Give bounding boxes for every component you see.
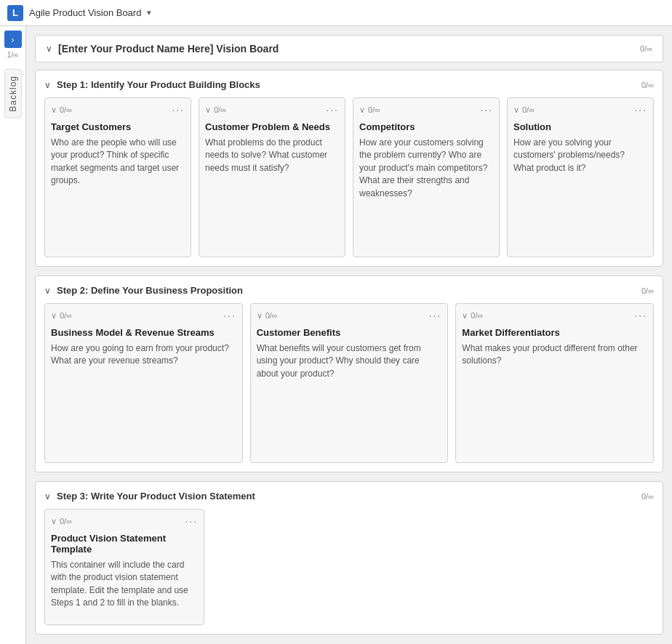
card-market-differentiators-description: What makes your product different from o… (462, 342, 647, 368)
card-competitors: ∨ 0/∞ ··· Competitors How are your custo… (353, 97, 500, 257)
card-customer-problem-header: ∨ 0/∞ ··· (205, 104, 339, 116)
card-product-vision-statement-count: 0/∞ (60, 517, 72, 526)
section2-title: Step 2: Define Your Business Proposition (57, 285, 636, 296)
card-customer-benefits-collapse[interactable]: ∨ (257, 311, 263, 321)
card-market-differentiators-header-left: ∨ 0/∞ (462, 311, 483, 321)
card-customer-benefits-menu-icon[interactable]: ··· (429, 310, 442, 321)
card-customer-benefits: ∨ 0/∞ ··· Customer Benefits What benefit… (250, 303, 449, 463)
section3-cards-grid: ∨ 0/∞ ··· Product Vision Statement Templ… (44, 509, 204, 625)
section2-header: ∨ Step 2: Define Your Business Propositi… (44, 285, 654, 296)
card-competitors-count: 0/∞ (368, 105, 380, 114)
section2-cards-grid: ∨ 0/∞ ··· Business Model & Revenue Strea… (44, 303, 654, 463)
card-business-model-menu-icon[interactable]: ··· (223, 310, 236, 321)
section1-count: 0/∞ (641, 81, 654, 89)
section3-collapse-button[interactable]: ∨ (44, 491, 51, 502)
card-customer-benefits-title: Customer Benefits (257, 327, 442, 338)
card-customer-benefits-description: What benefits will your customers get fr… (257, 342, 442, 380)
card-competitors-header: ∨ 0/∞ ··· (359, 104, 493, 116)
section-step3: ∨ Step 3: Write Your Product Vision Stat… (35, 481, 663, 635)
card-business-model: ∨ 0/∞ ··· Business Model & Revenue Strea… (44, 303, 243, 463)
card-target-customers-header: ∨ 0/∞ ··· (51, 104, 185, 116)
card-solution-count: 0/∞ (522, 105, 535, 114)
backlog-label[interactable]: Backlog (4, 69, 22, 118)
card-target-customers-menu-icon[interactable]: ··· (172, 104, 185, 116)
card-customer-problem-title: Customer Problem & Needs (205, 121, 339, 132)
card-target-customers-description: Who are the people who will use your pro… (51, 137, 185, 188)
card-competitors-title: Competitors (359, 121, 493, 132)
app-title: Agile Product Vision Board (29, 7, 141, 18)
section2-collapse-button[interactable]: ∨ (44, 286, 51, 296)
card-product-vision-statement-header-left: ∨ 0/∞ (51, 517, 72, 526)
card-product-vision-statement-header: ∨ 0/∞ ··· (51, 515, 198, 527)
card-business-model-count: 0/∞ (60, 311, 72, 320)
card-competitors-collapse[interactable]: ∨ (359, 105, 365, 115)
card-target-customers-header-left: ∨ 0/∞ (51, 105, 72, 115)
card-solution-title: Solution (513, 121, 647, 132)
section-step2: ∨ Step 2: Define Your Business Propositi… (35, 275, 663, 472)
card-product-vision-statement-menu-icon[interactable]: ··· (185, 515, 198, 527)
top-bar: L Agile Product Vision Board ▾ (0, 0, 672, 26)
card-competitors-header-left: ∨ 0/∞ (359, 105, 380, 115)
section-step1: ∨ Step 1: Identify Your Product Building… (35, 70, 663, 267)
card-market-differentiators-collapse[interactable]: ∨ (462, 311, 468, 321)
section3-title: Step 3: Write Your Product Vision Statem… (57, 491, 636, 502)
card-target-customers: ∨ 0/∞ ··· Target Customers Who are the p… (44, 97, 191, 257)
card-customer-problem-menu-icon[interactable]: ··· (326, 104, 339, 116)
card-target-customers-title: Target Customers (51, 121, 185, 132)
card-market-differentiators-header: ∨ 0/∞ ··· (462, 310, 647, 321)
card-customer-problem-count: 0/∞ (214, 105, 226, 114)
card-customer-problem-header-left: ∨ 0/∞ (205, 105, 226, 115)
section1-cards-grid: ∨ 0/∞ ··· Target Customers Who are the p… (44, 97, 654, 257)
card-market-differentiators-menu-icon[interactable]: ··· (634, 310, 647, 321)
section3-count: 0/∞ (641, 492, 654, 501)
card-customer-problem: ∨ 0/∞ ··· Customer Problem & Needs What … (199, 97, 345, 257)
card-solution-collapse[interactable]: ∨ (513, 105, 519, 115)
card-business-model-collapse[interactable]: ∨ (51, 311, 57, 321)
card-solution-description: How are you solving your customers' prob… (513, 137, 647, 174)
card-product-vision-statement: ∨ 0/∞ ··· Product Vision Statement Templ… (44, 509, 204, 625)
section1-title: Step 1: Identify Your Product Building B… (57, 79, 636, 90)
section1-header: ∨ Step 1: Identify Your Product Building… (44, 79, 654, 90)
card-business-model-header: ∨ 0/∞ ··· (51, 310, 236, 321)
section2-count: 0/∞ (641, 286, 654, 295)
card-solution-header-left: ∨ 0/∞ (513, 105, 535, 115)
left-panel: › 1/∞ Backlog (0, 26, 26, 644)
main-content: ∨ [Enter Your Product Name Here] Vision … (26, 26, 672, 644)
card-business-model-header-left: ∨ 0/∞ (51, 311, 72, 321)
board-title: [Enter Your Product Name Here] Vision Bo… (58, 43, 634, 55)
card-competitors-description: How are your customers solving the probl… (359, 137, 493, 200)
card-solution-menu-icon[interactable]: ··· (634, 104, 647, 116)
card-customer-benefits-header-left: ∨ 0/∞ (257, 311, 278, 321)
section1-collapse-button[interactable]: ∨ (44, 80, 51, 90)
section3-header: ∨ Step 3: Write Your Product Vision Stat… (44, 491, 654, 502)
card-customer-problem-description: What problems do the product needs to so… (205, 137, 339, 174)
title-caret-icon[interactable]: ▾ (147, 8, 151, 17)
card-solution-header: ∨ 0/∞ ··· (513, 104, 647, 116)
card-customer-benefits-count: 0/∞ (265, 311, 278, 320)
card-customer-benefits-header: ∨ 0/∞ ··· (257, 310, 442, 321)
card-customer-problem-collapse[interactable]: ∨ (205, 105, 211, 115)
board-header: ∨ [Enter Your Product Name Here] Vision … (35, 35, 663, 63)
card-target-customers-collapse[interactable]: ∨ (51, 105, 57, 115)
card-market-differentiators-title: Market Differentiators (462, 327, 647, 338)
board-collapse-button[interactable]: ∨ (46, 44, 52, 54)
card-solution: ∨ 0/∞ ··· Solution How are you solving y… (507, 97, 654, 257)
card-business-model-description: How are you going to earn from your prod… (51, 342, 236, 368)
app-icon: L (7, 5, 23, 21)
card-competitors-menu-icon[interactable]: ··· (480, 104, 493, 116)
card-market-differentiators: ∨ 0/∞ ··· Market Differentiators What ma… (455, 303, 654, 463)
expand-arrow-button[interactable]: › (4, 31, 22, 48)
layout: › 1/∞ Backlog ∨ [Enter Your Product Name… (0, 26, 672, 644)
panel-counter: 1/∞ (7, 51, 18, 59)
board-card-count: 0/∞ (640, 44, 652, 53)
card-product-vision-statement-description: This container will include the card wit… (51, 559, 198, 610)
card-market-differentiators-count: 0/∞ (471, 311, 483, 320)
card-business-model-title: Business Model & Revenue Streams (51, 327, 236, 338)
card-product-vision-statement-title: Product Vision Statement Template (51, 533, 198, 555)
card-product-vision-statement-collapse[interactable]: ∨ (51, 517, 57, 526)
card-target-customers-count: 0/∞ (60, 105, 72, 114)
